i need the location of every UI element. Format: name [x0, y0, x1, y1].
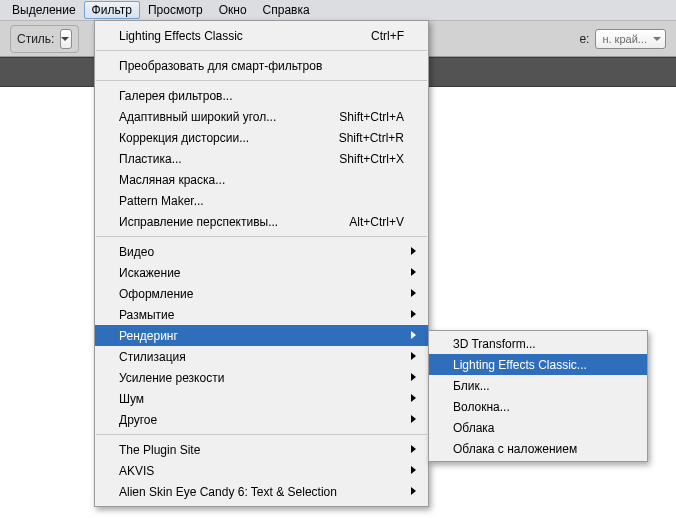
- menu-item-label: Пластика...: [119, 152, 323, 166]
- menu-item-пластика[interactable]: Пластика...Shift+Ctrl+X: [95, 148, 428, 169]
- menu-item-размытие[interactable]: Размытие: [95, 304, 428, 325]
- menu-item-3d-transform[interactable]: 3D Transform...: [429, 333, 647, 354]
- menu-item-label: The Plugin Site: [119, 443, 404, 457]
- menu-item-view[interactable]: Просмотр: [140, 1, 211, 19]
- menu-item-alien-skin-eye-candy-6-text-selection[interactable]: Alien Skin Eye Candy 6: Text & Selection: [95, 481, 428, 502]
- menu-item-коррекция-дисторсии[interactable]: Коррекция дисторсии...Shift+Ctrl+R: [95, 127, 428, 148]
- menu-item-label: AKVIS: [119, 464, 404, 478]
- menu-item-label: Волокна...: [453, 400, 633, 414]
- menu-item-shortcut: Shift+Ctrl+X: [339, 152, 404, 166]
- menu-item-label: Pattern Maker...: [119, 194, 404, 208]
- menu-item-shortcut: Shift+Ctrl+R: [339, 131, 404, 145]
- menu-item-label: Lighting Effects Classic: [119, 29, 355, 43]
- menu-item-облака[interactable]: Облака: [429, 417, 647, 438]
- menu-item-облака-с-наложением[interactable]: Облака с наложением: [429, 438, 647, 459]
- menu-item-label: Исправление перспективы...: [119, 215, 333, 229]
- filter-menu: Lighting Effects ClassicCtrl+F Преобразо…: [94, 20, 429, 507]
- menu-item-label: Видео: [119, 245, 404, 259]
- menu-item-shortcut: Alt+Ctrl+V: [349, 215, 404, 229]
- menu-item-блик[interactable]: Блик...: [429, 375, 647, 396]
- menu-item-label: Адаптивный широкий угол...: [119, 110, 323, 124]
- menu-item-lighting-effects-classic[interactable]: Lighting Effects ClassicCtrl+F: [95, 25, 428, 46]
- menu-item-другое[interactable]: Другое: [95, 409, 428, 430]
- menu-item-help[interactable]: Справка: [255, 1, 318, 19]
- menu-item-label: Масляная краска...: [119, 173, 404, 187]
- menu-item-label: Усиление резкости: [119, 371, 404, 385]
- menu-item-pattern-maker[interactable]: Pattern Maker...: [95, 190, 428, 211]
- menu-item-преобразовать-для-смарт-фильтров[interactable]: Преобразовать для смарт-фильтров: [95, 55, 428, 76]
- menu-item-label: Размытие: [119, 308, 404, 322]
- menu-item-адаптивный-широкий-угол[interactable]: Адаптивный широкий угол...Shift+Ctrl+A: [95, 106, 428, 127]
- menu-item-label: 3D Transform...: [453, 337, 633, 351]
- menu-item-label: Шум: [119, 392, 404, 406]
- menu-item-стилизация[interactable]: Стилизация: [95, 346, 428, 367]
- menu-item-shortcut: Shift+Ctrl+A: [339, 110, 404, 124]
- menubar: Выделение Фильтр Просмотр Окно Справка: [0, 0, 676, 21]
- menu-item-the-plugin-site[interactable]: The Plugin Site: [95, 439, 428, 460]
- menu-item-галерея-фильтров[interactable]: Галерея фильтров...: [95, 85, 428, 106]
- menu-item-label: Коррекция дисторсии...: [119, 131, 323, 145]
- menu-separator: [96, 236, 427, 237]
- menu-item-label: Рендеринг: [119, 329, 404, 343]
- menu-item-label: Lighting Effects Classic...: [453, 358, 633, 372]
- menu-item-label: Облака с наложением: [453, 442, 633, 456]
- menu-item-исправление-перспективы[interactable]: Исправление перспективы...Alt+Ctrl+V: [95, 211, 428, 232]
- menu-item-label: Стилизация: [119, 350, 404, 364]
- toolbar-right: е: н. край...: [579, 29, 666, 49]
- menu-item-akvis[interactable]: AKVIS: [95, 460, 428, 481]
- menu-item-label: Галерея фильтров...: [119, 89, 404, 103]
- menu-item-label: Alien Skin Eye Candy 6: Text & Selection: [119, 485, 404, 499]
- menu-item-label: Преобразовать для смарт-фильтров: [119, 59, 404, 73]
- menu-item-window[interactable]: Окно: [211, 1, 255, 19]
- menu-item-масляная-краска[interactable]: Масляная краска...: [95, 169, 428, 190]
- rendering-submenu: 3D Transform...Lighting Effects Classic.…: [428, 330, 648, 462]
- menu-item-selection[interactable]: Выделение: [4, 1, 84, 19]
- menu-item-видео[interactable]: Видео: [95, 241, 428, 262]
- menu-item-filter[interactable]: Фильтр: [84, 1, 140, 19]
- style-label: Стиль:: [17, 32, 54, 46]
- menu-item-label: Облака: [453, 421, 633, 435]
- toolbar-group: Стиль:: [10, 25, 79, 53]
- menu-item-шум[interactable]: Шум: [95, 388, 428, 409]
- menu-item-lighting-effects-classic[interactable]: Lighting Effects Classic...: [429, 354, 647, 375]
- menu-item-label: Другое: [119, 413, 404, 427]
- menu-separator: [96, 434, 427, 435]
- menu-item-label: Оформление: [119, 287, 404, 301]
- toolbar-right-field[interactable]: н. край...: [595, 29, 666, 49]
- menu-item-рендеринг[interactable]: Рендеринг: [95, 325, 428, 346]
- menu-item-shortcut: Ctrl+F: [371, 29, 404, 43]
- style-dropdown[interactable]: [60, 29, 72, 49]
- menu-item-волокна[interactable]: Волокна...: [429, 396, 647, 417]
- menu-item-усиление-резкости[interactable]: Усиление резкости: [95, 367, 428, 388]
- menu-item-label: Блик...: [453, 379, 633, 393]
- menu-separator: [96, 80, 427, 81]
- menu-item-label: Искажение: [119, 266, 404, 280]
- menu-item-оформление[interactable]: Оформление: [95, 283, 428, 304]
- menu-item-искажение[interactable]: Искажение: [95, 262, 428, 283]
- toolbar-right-label: е:: [579, 32, 589, 46]
- menu-separator: [96, 50, 427, 51]
